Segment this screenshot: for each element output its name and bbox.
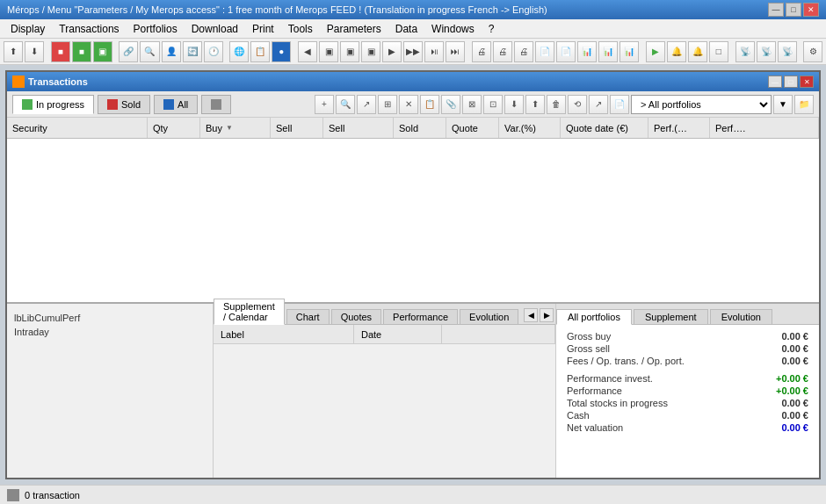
tb-btn-24[interactable]: 🖨 — [514, 41, 533, 62]
tool-btn-9[interactable]: 📁 — [794, 95, 814, 114]
tb-btn-37[interactable]: ⚙ — [803, 41, 822, 62]
col-sold-header[interactable]: Sold — [394, 118, 446, 138]
win-close-button[interactable]: ✕ — [800, 76, 814, 88]
tb-btn-22[interactable]: 🖨 — [472, 41, 491, 62]
btab-evolution[interactable]: Evolution — [460, 309, 518, 324]
col-quote-header[interactable]: Quote — [446, 118, 499, 138]
menu-download[interactable]: Download — [185, 21, 245, 37]
tb-btn-21[interactable]: ⏭ — [446, 41, 465, 62]
tab-chart[interactable] — [201, 95, 231, 114]
col-security-header[interactable]: Security — [7, 118, 148, 138]
tb-btn-28[interactable]: 📊 — [598, 41, 618, 62]
btab-next[interactable]: ▶ — [540, 308, 554, 322]
tb-btn-11[interactable]: 🌐 — [229, 41, 249, 62]
tb-btn-20[interactable]: ⏯ — [424, 41, 444, 62]
tb-btn-31[interactable]: 🔔 — [667, 41, 686, 62]
col-buy-header[interactable]: Buy ▼ — [200, 118, 271, 138]
menu-transactions[interactable]: Transactions — [52, 21, 126, 37]
tb-btn-23[interactable]: 🖨 — [493, 41, 512, 62]
menu-portfolios[interactable]: Portfolios — [127, 21, 185, 37]
attach-button[interactable]: 📎 — [441, 95, 460, 114]
tab-sold[interactable]: Sold — [98, 95, 150, 114]
tb-btn-16[interactable]: ▣ — [340, 41, 359, 62]
tb-btn-10[interactable]: 🕐 — [204, 41, 223, 62]
btab-performance[interactable]: Performance — [383, 309, 458, 324]
tb-btn-7[interactable]: 🔍 — [140, 41, 159, 62]
tb-btn-3[interactable]: ■ — [51, 41, 70, 62]
menu-tools[interactable]: Tools — [281, 21, 320, 37]
tb-btn-6[interactable]: 🔗 — [119, 41, 138, 62]
sort-arrow-buy: ▼ — [226, 124, 233, 132]
tool-btn-2[interactable]: ⊞ — [378, 95, 397, 114]
supplement-table-header: Label Date — [214, 325, 555, 344]
tb-btn-35[interactable]: 📡 — [757, 41, 776, 62]
col-perf1-header[interactable]: Perf.(… — [648, 118, 710, 138]
tb-btn-15[interactable]: ▣ — [319, 41, 338, 62]
tb-btn-34[interactable]: 📡 — [735, 41, 755, 62]
tool-btn-5[interactable]: 🗑 — [547, 95, 566, 114]
tool-btn-7[interactable]: ↗ — [589, 95, 608, 114]
col-qty-header[interactable]: Qty — [148, 118, 200, 138]
tb-btn-14[interactable]: ◀ — [298, 41, 317, 62]
col-sell2-header[interactable]: Sell — [323, 118, 394, 138]
rtab-all-portfolios[interactable]: All portfolios — [556, 309, 632, 325]
tb-btn-9[interactable]: 🔄 — [183, 41, 202, 62]
tb-btn-26[interactable]: 📄 — [556, 41, 576, 62]
title-bar: Mérops / Menu "Parameters / My Merops ac… — [0, 0, 826, 19]
col-perf2-header[interactable]: Perf…. — [710, 118, 819, 138]
col-sell1-header[interactable]: Sell — [271, 118, 323, 138]
delete-button[interactable]: ✕ — [399, 95, 418, 114]
win-maximize-button[interactable]: □ — [784, 76, 798, 88]
tb-btn-30[interactable]: ▶ — [646, 41, 665, 62]
download-btn[interactable]: ⬇ — [504, 95, 524, 114]
btab-supplement[interactable]: Supplement / Calendar — [214, 299, 285, 325]
btab-chart[interactable]: Chart — [286, 309, 330, 324]
tool-btn-6[interactable]: ⟲ — [568, 95, 587, 114]
minimize-button[interactable]: — — [768, 3, 784, 17]
maximize-button[interactable]: □ — [786, 3, 801, 17]
tb-btn-36[interactable]: 📡 — [778, 41, 797, 62]
add-button[interactable]: + — [315, 95, 334, 114]
tool-btn-4[interactable]: ⊡ — [483, 95, 503, 114]
menu-display[interactable]: Display — [4, 21, 52, 37]
tb-btn-33[interactable]: □ — [709, 41, 728, 62]
tb-btn-13[interactable]: ● — [272, 41, 291, 62]
tb-btn-29[interactable]: 📊 — [620, 41, 639, 62]
tb-btn-19[interactable]: ▶▶ — [403, 41, 423, 62]
col-quotedate-header[interactable]: Quote date (€) — [561, 118, 648, 138]
tool-btn-1[interactable]: ↗ — [357, 95, 376, 114]
portfolio-button[interactable]: ▼ — [773, 95, 793, 114]
tb-btn-8[interactable]: 👤 — [162, 41, 181, 62]
btab-quotes[interactable]: Quotes — [331, 309, 381, 324]
tb-btn-4[interactable]: ■ — [72, 41, 91, 62]
tb-btn-17[interactable]: ▣ — [361, 41, 380, 62]
tb-btn-18[interactable]: ▶ — [382, 41, 402, 62]
menu-windows[interactable]: Windows — [424, 21, 482, 37]
tb-btn-2[interactable]: ⬇ — [25, 41, 44, 62]
tool-btn-3[interactable]: ⊠ — [462, 95, 482, 114]
portfolio-select[interactable]: > All portfolios — [631, 95, 772, 114]
tb-btn-32[interactable]: 🔔 — [688, 41, 707, 62]
menu-parameters[interactable]: Parameters — [320, 21, 388, 37]
win-minimize-button[interactable]: — — [768, 76, 782, 88]
search-button[interactable]: 🔍 — [336, 95, 355, 114]
tab-in-progress[interactable]: In progress — [12, 95, 94, 114]
tb-btn-27[interactable]: 📊 — [577, 41, 597, 62]
tab-all[interactable]: All — [154, 95, 198, 114]
close-button[interactable]: ✕ — [803, 3, 819, 17]
tb-btn-12[interactable]: 📋 — [250, 41, 270, 62]
menu-data[interactable]: Data — [388, 21, 424, 37]
rtab-supplement[interactable]: Supplement — [634, 309, 708, 324]
center-bottom: Supplement / Calendar Chart Quotes Perfo… — [214, 304, 556, 478]
tb-btn-1[interactable]: ⬆ — [4, 41, 23, 62]
tb-btn-25[interactable]: 📄 — [535, 41, 554, 62]
tb-btn-5[interactable]: ▣ — [93, 41, 112, 62]
menu-help[interactable]: ? — [482, 21, 502, 37]
upload-btn[interactable]: ⬆ — [525, 95, 545, 114]
menu-print[interactable]: Print — [245, 21, 281, 37]
copy-button[interactable]: 📋 — [420, 95, 439, 114]
btab-prev[interactable]: ◀ — [524, 308, 538, 322]
tool-btn-8[interactable]: 📄 — [610, 95, 629, 114]
col-var-header[interactable]: Var.(%) — [499, 118, 561, 138]
rtab-evolution[interactable]: Evolution — [710, 309, 772, 324]
